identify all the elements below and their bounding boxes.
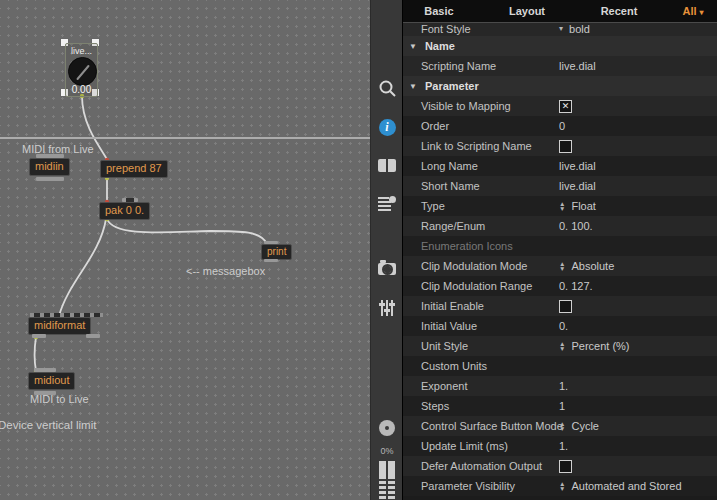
inspector-row[interactable]: Initial Enable [403,296,717,316]
row-value[interactable]: 1. [559,380,568,392]
comment-midi-to-live[interactable]: MIDI to Live [30,393,89,405]
midiformat-object[interactable]: midiformat [28,317,91,335]
comment-device-vertical-limit[interactable]: Device vertical limit [0,419,96,431]
patch-cord[interactable] [35,337,37,371]
chevron-down-icon: ▾ [559,24,563,33]
circle-dot-icon[interactable] [371,420,403,436]
updown-arrows-icon: ▲▼ [559,341,565,351]
inspector-row[interactable]: Scripting Namelive.dial [403,56,717,76]
print-object[interactable]: print [261,244,292,260]
row-label: Order [421,120,449,132]
row-label: Update Limit (ms) [421,440,508,452]
row-value[interactable]: live.dial [559,160,596,172]
updown-arrows-icon: ▲▼ [559,421,565,431]
row-value[interactable]: 0. [559,320,568,332]
inspector-row[interactable]: Clip Modulation Mode▲▼Absolute [403,256,717,276]
inspector-row[interactable]: Range/Enum0. 100. [403,216,717,236]
info-icon[interactable]: i [371,119,403,136]
inspector-section-header[interactable]: ▼Name [403,36,717,56]
section-collapse-icon[interactable]: ▼ [409,82,417,91]
checkbox-empty-icon[interactable] [559,460,572,473]
patch-cord[interactable] [107,219,267,244]
inspector-row[interactable]: Link to Scripting Name [403,136,717,156]
inspector-row[interactable]: Defer Automation Output [403,456,717,476]
pak-object[interactable]: pak 0 0. [99,202,150,220]
value-text: 1. [559,440,568,452]
row-value[interactable]: live.dial [559,60,596,72]
live-dial-object[interactable]: live... 0.00 [65,43,98,97]
row-label: Defer Automation Output [421,460,542,472]
book-icon[interactable] [371,159,403,172]
prepend-object[interactable]: prepend 87 [100,160,168,178]
tab-layout[interactable]: Layout [503,0,551,22]
patcher-canvas[interactable]: live... 0.00 MIDI from Live midiin prepe… [0,0,370,500]
inspector-row[interactable]: Unit Style▲▼Percent (%) [403,336,717,356]
row-value[interactable] [559,300,572,313]
tab-all[interactable]: All▾ [673,0,713,22]
row-label: Unit Style [421,340,468,352]
updown-arrows-icon: ▲▼ [559,261,565,271]
row-value[interactable] [559,140,572,153]
inspector-row[interactable]: Long Namelive.dial [403,156,717,176]
value-text: Cycle [571,420,599,432]
checkbox-checked-icon[interactable]: ✕ [559,100,572,113]
value-text: 0. [559,320,568,332]
inspector-row[interactable]: Visible to Mapping✕ [403,96,717,116]
row-value[interactable]: live.dial [559,180,596,192]
midiin-object[interactable]: midiin [29,158,70,176]
patch-cord[interactable] [59,219,106,316]
row-value[interactable]: 1. [559,440,568,452]
camera-icon[interactable] [371,263,403,275]
row-value[interactable]: ▲▼Automated and Stored [559,480,682,492]
row-value[interactable]: ▲▼Float [559,200,596,212]
tab-recent[interactable]: Recent [595,0,643,22]
comment-messagebox[interactable]: <-- messagebox [186,265,265,277]
value-text: Automated and Stored [571,480,681,492]
row-value[interactable] [559,460,572,473]
sliders-icon[interactable] [371,300,403,316]
tab-basic[interactable]: Basic [417,0,461,22]
checkbox-empty-icon[interactable] [559,140,572,153]
search-icon[interactable] [371,79,403,98]
row-value[interactable]: 0. 100. [559,220,593,232]
row-label: Parameter [425,80,479,92]
row-label: Clip Modulation Mode [421,260,527,272]
inspector-row[interactable]: Font Style▾bold [403,22,717,36]
value-text: Absolute [571,260,614,272]
row-label: Exponent [421,380,467,392]
row-label: Custom Units [421,360,487,372]
list-icon[interactable] [371,196,403,210]
inspector-row[interactable]: Clip Modulation Range0. 127. [403,276,717,296]
midiout-object[interactable]: midiout [28,372,75,390]
inspector-row[interactable]: Type▲▼Float [403,196,717,216]
inspector-row[interactable]: Control Surface Button Mode▲▼Cycle [403,416,717,436]
inspector-row[interactable]: Short Namelive.dial [403,176,717,196]
device-horizontal-divider [0,137,370,139]
inspector-section-header[interactable]: ▼Parameter [403,76,717,96]
row-value[interactable]: ▲▼Percent (%) [559,340,630,352]
row-value[interactable]: ✕ [559,100,572,113]
inspector-row[interactable]: Initial Value0. [403,316,717,336]
row-label: Initial Enable [421,300,484,312]
row-value[interactable]: ▾bold [559,23,590,35]
inspector-row[interactable]: Exponent1. [403,376,717,396]
inspector-tab-bar: Basic Layout Recent All▾ [403,0,717,22]
section-collapse-icon[interactable]: ▼ [409,42,417,51]
row-label: Name [425,40,455,52]
row-value[interactable]: 1 [559,400,565,412]
row-value[interactable]: ▲▼Absolute [559,260,614,272]
dial-knob[interactable] [68,57,97,86]
inspector-row[interactable]: Parameter Visibility▲▼Automated and Stor… [403,476,717,496]
checkbox-empty-icon[interactable] [559,300,572,313]
inspector-row[interactable]: Update Limit (ms)1. [403,436,717,456]
inspector-row[interactable]: Custom Units [403,356,717,376]
inspector-row[interactable]: Order0 [403,116,717,136]
inspector-row[interactable]: Steps1 [403,396,717,416]
value-text: 0. 100. [559,220,593,232]
row-value[interactable]: ▲▼Cycle [559,420,599,432]
row-value[interactable]: 0 [559,120,565,132]
row-value[interactable]: 0. 127. [559,280,593,292]
row-label: Link to Scripting Name [421,140,532,152]
row-label: Parameter Visibility [421,480,515,492]
inspector-row[interactable]: Enumeration Icons [403,236,717,256]
